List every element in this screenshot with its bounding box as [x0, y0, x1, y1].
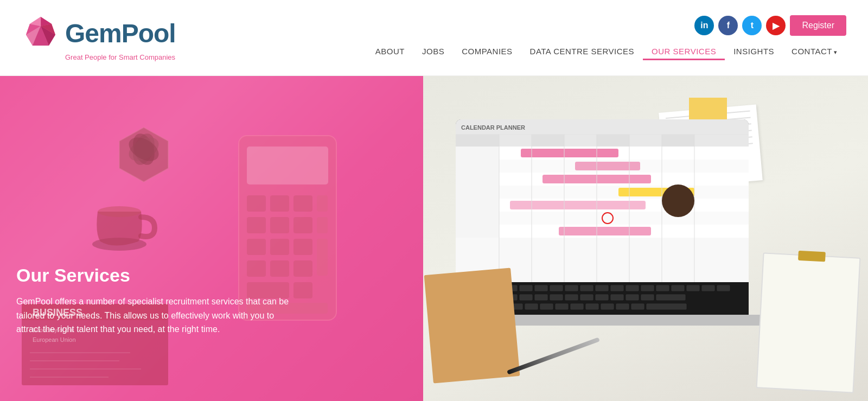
svg-rect-100	[671, 285, 685, 291]
svg-rect-18	[247, 195, 266, 212]
logo-gem-icon	[22, 14, 60, 52]
svg-rect-127	[601, 303, 614, 310]
logo-tagline: Great People for Smart Companies	[65, 53, 175, 61]
svg-rect-27	[270, 239, 289, 255]
svg-rect-62	[575, 162, 640, 170]
svg-rect-98	[641, 285, 654, 291]
svg-rect-112	[580, 294, 593, 301]
nav-item-jobs[interactable]: JOBS	[413, 42, 453, 60]
svg-rect-19	[270, 195, 289, 212]
nav-item-companies[interactable]: COMPANIES	[453, 42, 521, 60]
svg-rect-54	[629, 135, 662, 147]
svg-rect-21	[317, 195, 328, 212]
svg-rect-66	[456, 186, 499, 199]
header: GemPool Great People for Smart Companies…	[0, 0, 868, 76]
linkedin-icon[interactable]: in	[694, 16, 714, 35]
youtube-icon[interactable]: ▶	[766, 16, 786, 35]
svg-rect-17	[247, 147, 328, 184]
svg-rect-125	[570, 303, 584, 310]
svg-rect-108	[519, 294, 533, 301]
hero-section: BUSINESS Economy of the European Union O…	[0, 76, 868, 401]
svg-rect-96	[610, 285, 624, 291]
svg-rect-69	[456, 199, 499, 212]
stamp-object	[662, 184, 694, 217]
logo-text: GemPool	[65, 18, 176, 48]
svg-rect-101	[686, 285, 700, 291]
hero-right-panel: CALENDAR PLANNER	[423, 76, 868, 401]
svg-rect-90	[519, 285, 533, 291]
svg-rect-57	[456, 147, 499, 160]
logo-area: GemPool Great People for Smart Companies	[22, 14, 176, 61]
svg-rect-50	[499, 135, 532, 147]
svg-rect-59	[521, 149, 618, 157]
svg-rect-102	[701, 285, 715, 291]
svg-rect-122	[525, 303, 538, 310]
svg-rect-109	[534, 294, 548, 301]
nav-item-about[interactable]: ABOUT	[367, 42, 413, 60]
laptop-screen: CALENDAR PLANNER	[456, 119, 749, 293]
register-button[interactable]: Register	[790, 15, 846, 36]
svg-rect-22	[247, 217, 266, 233]
svg-rect-111	[565, 294, 578, 301]
svg-rect-103	[717, 285, 730, 291]
svg-rect-49	[456, 135, 499, 147]
svg-rect-28	[293, 239, 312, 255]
svg-rect-97	[626, 285, 639, 291]
nav-item-our-services[interactable]: OUR SERVICES	[643, 42, 725, 60]
clipboard	[756, 252, 861, 393]
svg-rect-60	[456, 160, 499, 173]
deco-plant	[108, 119, 179, 190]
svg-rect-93	[565, 285, 578, 291]
svg-rect-115	[626, 294, 639, 301]
svg-rect-92	[550, 285, 563, 291]
svg-rect-113	[595, 294, 609, 301]
logo-row: GemPool	[22, 14, 176, 52]
hero-left-panel: BUSINESS Economy of the European Union O…	[0, 76, 423, 401]
svg-rect-123	[540, 303, 553, 310]
svg-rect-116	[641, 294, 654, 301]
svg-rect-94	[580, 285, 593, 291]
svg-rect-24	[293, 217, 312, 233]
svg-rect-26	[247, 239, 266, 255]
svg-rect-53	[597, 135, 629, 147]
svg-rect-73	[499, 212, 749, 225]
svg-rect-52	[564, 135, 597, 147]
svg-rect-91	[534, 285, 548, 291]
svg-rect-55	[662, 135, 694, 147]
clipboard-clip	[798, 251, 826, 262]
svg-rect-126	[585, 303, 599, 310]
hero-description: GemPool offers a number of specialist re…	[16, 295, 298, 336]
svg-point-15	[98, 206, 141, 217]
svg-rect-117	[656, 294, 686, 301]
svg-rect-110	[550, 294, 563, 301]
svg-rect-130	[646, 303, 687, 310]
svg-text:CALENDAR PLANNER: CALENDAR PLANNER	[461, 124, 525, 131]
notebook	[424, 268, 520, 383]
svg-text:European Union: European Union	[33, 336, 76, 343]
svg-rect-99	[656, 285, 669, 291]
hero-title: Our Services	[16, 265, 298, 286]
svg-rect-75	[456, 225, 499, 238]
svg-rect-51	[532, 135, 564, 147]
svg-rect-77	[559, 227, 651, 235]
svg-rect-128	[616, 303, 629, 310]
main-nav: ABOUT JOBS COMPANIES DATA CENTRE SERVICE…	[367, 42, 846, 60]
svg-rect-29	[317, 239, 328, 276]
twitter-icon[interactable]: t	[742, 16, 762, 35]
svg-rect-25	[317, 217, 328, 233]
facebook-icon[interactable]: f	[718, 16, 738, 35]
svg-rect-63	[456, 173, 499, 186]
hero-text: Our Services GemPool offers a number of …	[16, 265, 298, 336]
svg-rect-129	[631, 303, 644, 310]
svg-rect-23	[270, 217, 289, 233]
nav-item-insights[interactable]: INSIGHTS	[725, 42, 783, 60]
svg-rect-114	[610, 294, 624, 301]
svg-rect-20	[293, 195, 312, 212]
header-right: in f t ▶ Register ABOUT JOBS COMPANIES D…	[367, 15, 846, 60]
deco-cup	[87, 190, 163, 255]
svg-rect-56	[694, 135, 749, 147]
nav-item-contact[interactable]: CONTACT	[783, 42, 846, 60]
svg-rect-72	[456, 212, 499, 225]
svg-rect-124	[555, 303, 569, 310]
nav-item-data-centre[interactable]: DATA CENTRE SERVICES	[521, 42, 643, 60]
